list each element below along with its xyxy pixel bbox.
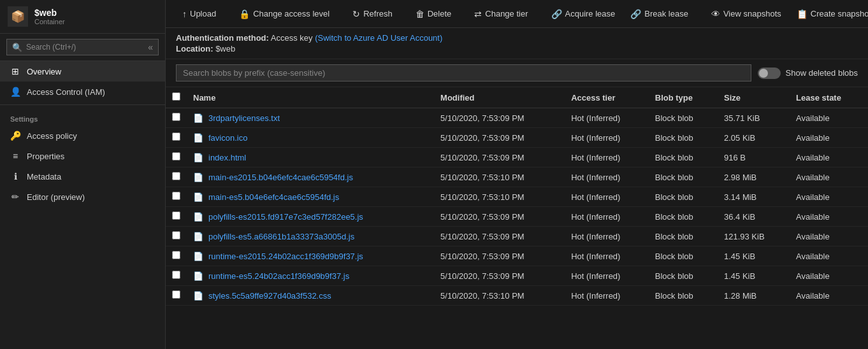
blob-table: Name Modified Access tier Blob type Size… (166, 87, 868, 306)
row-checkbox[interactable] (172, 211, 180, 220)
sidebar-item-metadata[interactable]: ℹ Metadata (0, 166, 165, 187)
row-blob-type-cell: Block blob (649, 187, 718, 207)
row-size-cell: 2.05 KiB (718, 128, 790, 148)
blob-name-link[interactable]: runtime-es2015.24b02acc1f369d9b9f37.js (208, 252, 363, 261)
row-checkbox[interactable] (172, 290, 180, 299)
access-control-icon: 👤 (10, 87, 20, 97)
table-row: 📄 styles.5c5a9ffe927d40a3f532.css 5/10/2… (166, 286, 868, 306)
checkbox-header (166, 87, 187, 108)
row-access-tier-cell: Hot (Inferred) (565, 227, 649, 246)
row-checkbox-cell (166, 266, 187, 286)
row-checkbox-cell (166, 286, 187, 306)
blob-table-container: Name Modified Access tier Blob type Size… (166, 87, 868, 349)
select-all-checkbox[interactable] (172, 92, 180, 101)
row-name-cell: 📄 main-es5.b04e6efc4cae6c5954fd.js (187, 187, 434, 207)
sidebar-subtitle: Container (34, 18, 65, 25)
sidebar-item-metadata-label: Metadata (27, 172, 61, 182)
row-checkbox[interactable] (172, 172, 180, 180)
row-access-tier-cell: Hot (Inferred) (565, 207, 649, 227)
row-checkbox[interactable] (172, 271, 180, 279)
row-blob-type-cell: Block blob (649, 148, 718, 167)
row-lease-state-cell: Available (790, 227, 868, 246)
sidebar-header: 📦 $web Container (0, 0, 165, 34)
row-modified-cell: 5/10/2020, 7:53:10 PM (434, 187, 565, 207)
row-access-tier-cell: Hot (Inferred) (565, 167, 649, 187)
sidebar-item-overview[interactable]: ⊞ Overview (0, 61, 165, 82)
blob-search-input[interactable] (176, 64, 751, 82)
access-tier-column-header: Access tier (565, 87, 649, 108)
row-modified-cell: 5/10/2020, 7:53:10 PM (434, 167, 565, 187)
row-blob-type-cell: Block blob (649, 266, 718, 286)
row-lease-state-cell: Available (790, 286, 868, 306)
settings-section-label: Settings (0, 108, 165, 125)
blob-name-link[interactable]: 3rdpartylicenses.txt (208, 113, 280, 123)
sidebar-item-access-control[interactable]: 👤 Access Control (IAM) (0, 82, 165, 102)
row-lease-state-cell: Available (790, 207, 868, 227)
row-checkbox-cell (166, 207, 187, 227)
file-icon: 📄 (193, 133, 203, 143)
blob-name-link[interactable]: polyfills-es5.a66861b1a33373a3005d.js (208, 232, 354, 241)
row-checkbox[interactable] (172, 231, 180, 239)
row-blob-type-cell: Block blob (649, 246, 718, 266)
row-checkbox[interactable] (172, 192, 180, 200)
row-checkbox[interactable] (172, 251, 180, 259)
blob-name-link[interactable]: polyfills-es2015.fd917e7c3ed57f282ee5.js (208, 212, 363, 222)
sidebar-item-editor-label: Editor (preview) (27, 192, 85, 202)
change-tier-button[interactable]: ⇄ Change tier (468, 6, 534, 22)
sidebar-item-editor[interactable]: ✏ Editor (preview) (0, 187, 165, 207)
sidebar-item-access-policy[interactable]: 🔑 Access policy (0, 125, 165, 146)
create-snapshot-button[interactable]: 📋 Create snapshot (790, 6, 868, 22)
row-size-cell: 3.14 MiB (718, 187, 790, 207)
table-row: 📄 3rdpartylicenses.txt 5/10/2020, 7:53:0… (166, 108, 868, 128)
upload-icon: ↑ (182, 9, 187, 19)
row-checkbox[interactable] (172, 132, 180, 141)
upload-button[interactable]: ↑ Upload (176, 6, 222, 22)
modified-column-header: Modified (434, 87, 565, 108)
break-lease-button[interactable]: 🔗 Break lease (624, 6, 695, 22)
collapse-button[interactable]: « (148, 42, 153, 52)
search-input[interactable] (26, 43, 144, 52)
blob-name-link[interactable]: main-es2015.b04e6efc4cae6c5954fd.js (208, 173, 353, 182)
name-column-header: Name (187, 87, 434, 108)
blob-name-link[interactable]: favicon.ico (208, 133, 247, 143)
overview-icon: ⊞ (10, 66, 20, 76)
blob-name-link[interactable]: runtime-es5.24b02acc1f369d9b9f37.js (208, 271, 349, 281)
file-icon: 📄 (193, 212, 203, 222)
auth-method-label: Authentication method: (176, 33, 269, 43)
blob-name-link[interactable]: index.html (208, 153, 246, 162)
create-snapshot-icon: 📋 (797, 9, 807, 19)
sidebar-search-container: 🔍 « (0, 34, 165, 61)
change-tier-icon: ⇄ (474, 9, 482, 19)
blob-name-link[interactable]: main-es5.b04e6efc4cae6c5954fd.js (208, 192, 339, 202)
table-header-row: Name Modified Access tier Blob type Size… (166, 87, 868, 108)
container-icon: 📦 (8, 6, 28, 27)
lock-icon: 🔒 (239, 9, 250, 19)
metadata-icon: ℹ (10, 171, 20, 182)
row-checkbox-cell (166, 148, 187, 167)
file-icon: 📄 (193, 232, 203, 241)
blob-name-link[interactable]: styles.5c5a9ffe927d40a3f532.css (208, 291, 331, 301)
sidebar-item-properties[interactable]: ≡ Properties (0, 146, 165, 166)
row-access-tier-cell: Hot (Inferred) (565, 148, 649, 167)
row-name-cell: 📄 3rdpartylicenses.txt (187, 108, 434, 128)
row-name-cell: 📄 favicon.ico (187, 128, 434, 148)
row-checkbox[interactable] (172, 152, 180, 160)
switch-to-azure-ad-link[interactable]: (Switch to Azure AD User Account) (315, 33, 442, 43)
table-row: 📄 main-es5.b04e6efc4cae6c5954fd.js 5/10/… (166, 187, 868, 207)
delete-button[interactable]: 🗑 Delete (409, 6, 458, 22)
row-checkbox[interactable] (172, 113, 180, 121)
acquire-lease-button[interactable]: 🔗 Acquire lease (545, 6, 622, 22)
row-lease-state-cell: Available (790, 148, 868, 167)
row-modified-cell: 5/10/2020, 7:53:09 PM (434, 207, 565, 227)
file-icon: 📄 (193, 113, 203, 123)
row-name-cell: 📄 polyfills-es5.a66861b1a33373a3005d.js (187, 227, 434, 246)
toggle-container: Show deleted blobs (758, 68, 858, 79)
change-access-button[interactable]: 🔒 Change access level (233, 6, 336, 22)
view-snapshots-button[interactable]: 👁 View snapshots (705, 6, 788, 22)
show-deleted-toggle[interactable] (758, 68, 781, 79)
lease-state-column-header: Lease state (790, 87, 868, 108)
row-blob-type-cell: Block blob (649, 108, 718, 128)
refresh-button[interactable]: ↻ Refresh (346, 6, 399, 22)
sidebar-title: $web (34, 8, 65, 18)
toolbar: ↑ Upload 🔒 Change access level ↻ Refresh… (166, 0, 868, 28)
